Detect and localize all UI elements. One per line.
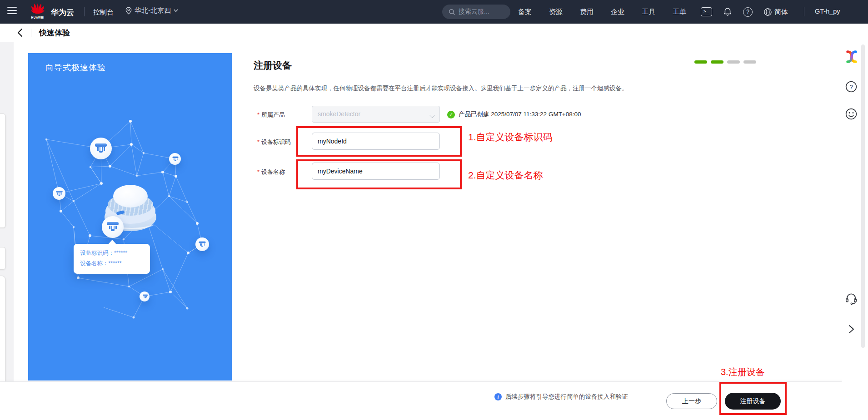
detector-node-icon — [169, 153, 181, 165]
annotation-step1: 1.自定义设备标识码 — [468, 131, 553, 143]
detector-node-icon — [195, 237, 209, 251]
smiley-icon — [845, 108, 858, 120]
region-label: 华北-北京四 — [135, 6, 171, 15]
right-utility-rail: ? — [842, 42, 868, 420]
collapsed-panel-edge[interactable] — [0, 114, 5, 228]
annotation-step3: 3.注册设备 — [721, 366, 765, 378]
language-label: 简体 — [774, 8, 788, 16]
search-input[interactable]: 搜索云服... — [442, 5, 510, 19]
back-button[interactable] — [15, 27, 25, 40]
rainbow-ribbon-icon — [844, 49, 858, 64]
topbar-menu-item[interactable]: 资源 — [549, 8, 563, 16]
footer-hint: i 后续步骤将引导您进行简单的设备接入和验证 — [494, 393, 628, 401]
search-placeholder: 搜索云服... — [459, 8, 489, 16]
previous-step-button[interactable]: 上一步 — [666, 393, 717, 409]
topbar-divider — [84, 7, 85, 16]
progress-segment — [694, 60, 707, 64]
chevron-left-icon — [15, 27, 25, 38]
topbar-divider — [804, 7, 804, 16]
huawei-flower-icon — [31, 3, 45, 15]
left-collapsed-panel-strip — [0, 42, 14, 403]
scrollbar[interactable] — [861, 44, 865, 348]
bell-icon — [723, 7, 732, 17]
globe-icon — [763, 8, 772, 16]
required-mark: * — [257, 138, 259, 145]
chevron-down-icon — [174, 9, 178, 12]
product-field-label: *所属产品 — [257, 111, 285, 119]
feedback-rail-button[interactable] — [843, 106, 859, 122]
location-pin-icon — [125, 7, 132, 15]
annotation-step2: 2.自定义设备名称 — [468, 169, 543, 182]
detector-node-icon — [90, 138, 112, 159]
product-status-label: 产品已创建 — [459, 111, 489, 118]
info-icon: i — [494, 393, 502, 400]
topbar-icons: >_ ? 简体 — [701, 0, 788, 24]
question-circle-icon: ? — [845, 80, 858, 93]
breadcrumb-divider — [31, 29, 31, 37]
chevron-right-icon — [846, 323, 857, 335]
product-select: smokeDetector — [312, 106, 440, 123]
wizard-panel-title: 向导式极速体验 — [45, 62, 106, 73]
product-status-time: 2025/07/07 11:33:22 GMT+08:00 — [491, 111, 581, 118]
detector-node-icon — [53, 187, 65, 200]
required-mark: * — [257, 111, 259, 118]
huawei-logo-caption: HUAWEI — [28, 16, 47, 19]
progress-steps — [694, 60, 756, 64]
hamburger-menu-icon[interactable] — [7, 7, 18, 17]
region-selector[interactable]: 华北-北京四 — [125, 6, 178, 15]
detector-node-icon — [102, 216, 124, 238]
page-breadcrumb-title: 快速体验 — [39, 28, 70, 38]
progress-segment — [711, 60, 723, 64]
product-select-value: smokeDetector — [318, 110, 360, 118]
topbar-menu-item[interactable]: 工具 — [642, 8, 655, 16]
question-mark-icon: ? — [743, 7, 753, 17]
notifications-button[interactable] — [723, 7, 732, 17]
node-id-field-label: *设备标识码 — [257, 138, 291, 146]
topbar: HUAWEI 华为云 控制台 华北-北京四 搜索云服... 备案资源费用企业工具… — [0, 0, 868, 24]
cli-terminal-button[interactable]: >_ — [701, 7, 712, 16]
search-icon — [449, 9, 455, 15]
device-name-field-label: *设备名称 — [257, 168, 285, 176]
page-description: 设备是某类产品的具体实现，任何物理设备都需要在平台注册后才能实现设备接入。这里我… — [254, 84, 628, 93]
success-check-icon: ✓ — [447, 111, 455, 119]
collapse-rail-button[interactable] — [843, 321, 859, 337]
brand-name[interactable]: 华为云 — [51, 7, 74, 18]
device-name-input[interactable] — [312, 163, 440, 180]
tooltip-device-name: 设备名称：****** — [80, 258, 150, 269]
wizard-illustration-panel: 向导式极速体验 设备标识码：****** 设备名称：****** — [28, 53, 232, 380]
collapsed-panel-edge[interactable] — [0, 247, 5, 270]
topbar-menu: 备案资源费用企业工具工单 — [518, 0, 686, 24]
help-button[interactable]: ? — [743, 7, 753, 17]
progress-segment — [727, 60, 740, 64]
select-chevron-down-icon — [429, 113, 434, 118]
tooltip-node-id: 设备标识码：****** — [80, 248, 150, 258]
footer-action-bar: i 后续步骤将引导您进行简单的设备接入和验证 上一步 注册设备 — [0, 381, 868, 420]
detector-node-icon — [140, 292, 150, 301]
assistant-logo-button[interactable] — [843, 49, 859, 64]
headset-icon — [845, 292, 858, 305]
topbar-menu-item[interactable]: 工单 — [673, 8, 686, 16]
footer-hint-text: 后续步骤将引导您进行简单的设备接入和验证 — [505, 393, 628, 401]
required-mark: * — [257, 168, 259, 175]
language-switcher[interactable]: 简体 — [763, 8, 788, 16]
progress-segment — [743, 60, 756, 64]
support-rail-button[interactable] — [843, 291, 859, 306]
page-title: 注册设备 — [254, 59, 292, 72]
svg-text:?: ? — [849, 84, 853, 90]
topbar-menu-item[interactable]: 备案 — [518, 8, 532, 16]
node-id-input[interactable] — [312, 133, 440, 150]
terminal-icon: >_ — [701, 7, 712, 16]
help-rail-button[interactable]: ? — [843, 79, 859, 94]
huawei-logo[interactable]: HUAWEI — [28, 3, 47, 21]
account-name[interactable]: GT-h_py — [815, 8, 840, 15]
screen: HUAWEI 华为云 控制台 华北-北京四 搜索云服... 备案资源费用企业工具… — [0, 0, 868, 420]
console-link[interactable]: 控制台 — [93, 8, 114, 17]
product-status: ✓ 产品已创建 2025/07/07 11:33:22 GMT+08:00 — [447, 110, 581, 119]
device-info-tooltip: 设备标识码：****** 设备名称：****** — [74, 244, 150, 274]
topbar-menu-item[interactable]: 企业 — [611, 8, 624, 16]
breadcrumb: 快速体验 — [0, 24, 868, 42]
register-device-button[interactable]: 注册设备 — [725, 393, 781, 410]
topbar-menu-item[interactable]: 费用 — [580, 8, 594, 16]
